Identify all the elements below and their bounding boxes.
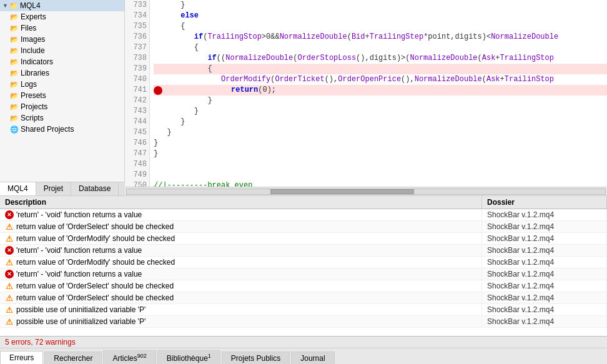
code-content[interactable]: 733 734 735 736 737 738 739 740 741 742 … [125,0,607,187]
error-summary: 5 errors, 72 warnings [5,338,76,347]
error-icon: ✕ [5,270,14,278]
sidebar-item-indicators[interactable]: 📂 Indicators [0,56,124,67]
tab-mql4[interactable]: MQL4 [0,182,36,195]
table-row[interactable]: ✕'return' - 'void' function returns a va… [0,245,607,257]
tab-bibliotheque[interactable]: Bibliothèque1 [157,350,220,364]
code-line-748 [154,159,607,170]
status-bar: 5 errors, 72 warnings [0,336,607,348]
error-folder: ShockBar v.1.2.mq4 [482,292,607,304]
error-table: Description Dossier ✕'return' - 'void' f… [0,196,607,336]
folder-icon-files: 📂 [10,24,19,32]
folder-icon-scripts: 📂 [10,114,19,122]
error-desc: ⚠return value of 'OrderModify' should be… [0,257,482,268]
table-row[interactable]: ✕'return' - 'void' function returns a va… [0,268,607,280]
sidebar-item-images[interactable]: 📂 Images [0,34,124,45]
error-folder: ShockBar v.1.2.mq4 [482,209,607,221]
warn-icon: ⚠ [5,222,14,231]
tab-projets-publics[interactable]: Projets Publics [222,352,290,364]
sidebar-item-label-files: Files [21,24,36,32]
code-line-747: } [154,149,607,159]
sidebar-item-projects[interactable]: 📂 Projects [0,101,124,112]
error-desc: ⚠return value of 'OrderSelect' should be… [0,280,482,292]
sidebar-item-logs[interactable]: 📂 Logs [0,79,124,90]
bottom-tab-bar: Erreurs Rechercher Articles902 Bibliothè… [0,348,607,364]
folder-icon-images: 📂 [10,36,19,44]
error-folder: ShockBar v.1.2.mq4 [482,316,607,328]
code-line-743: } [154,106,607,117]
sidebar-item-label-indicators: Indicators [21,57,53,66]
folder-icon-libraries: 📂 [10,69,19,77]
error-desc: ⚠possible use of uninitialized variable … [0,304,482,316]
horizontal-scrollbar[interactable] [125,187,607,195]
code-line-750: //|---------break even [154,180,607,187]
tab-journal[interactable]: Journal [291,352,334,364]
expand-arrow-mql4: ▼ [2,2,8,9]
folder-icon-experts: 📂 [10,13,19,21]
sidebar-item-label-logs: Logs [21,80,37,89]
sidebar-item-mql4[interactable]: ▼ 📁 MQL4 [0,0,124,11]
code-line-735: { [154,21,607,32]
scrollbar-track[interactable] [126,189,606,195]
code-line-741: return(0); [154,85,607,96]
code-line-746: } [154,138,607,149]
sidebar-item-shared[interactable]: 🌐 Shared Projects [0,124,124,135]
col-dossier: Dossier [482,196,607,209]
code-line-749 [154,170,607,180]
warn-icon: ⚠ [5,282,14,290]
error-indicator-741 [154,86,162,95]
folder-icon-include: 📂 [10,47,19,55]
warn-icon: ⚠ [5,234,14,243]
code-line-742: } [154,96,607,106]
sidebar-item-experts[interactable]: 📂 Experts [0,11,124,22]
code-line-740: OrderModify(OrderTicket(),OrderOpenPrice… [154,74,607,85]
table-row[interactable]: ⚠return value of 'OrderSelect' should be… [0,292,607,304]
error-folder: ShockBar v.1.2.mq4 [482,221,607,233]
table-row[interactable]: ⚠return value of 'OrderSelect' should be… [0,221,607,233]
table-row[interactable]: ✕'return' - 'void' function returns a va… [0,209,607,221]
col-description: Description [0,196,482,209]
warn-icon: ⚠ [5,305,14,314]
tab-erreurs[interactable]: Erreurs [0,351,43,364]
articles-badge: 902 [137,353,147,359]
code-line-733: } [154,0,607,11]
tab-rechercher[interactable]: Rechercher [44,352,102,364]
sidebar-item-label-shared: Shared Projects [21,125,74,134]
code-line-744: } [154,117,607,127]
error-desc: ✕'return' - 'void' function returns a va… [0,245,482,257]
table-row[interactable]: ⚠possible use of uninitialized variable … [0,304,607,316]
error-desc: ✕'return' - 'void' function returns a va… [0,209,482,221]
sidebar-tab-bar: MQL4 Projet Database [0,182,125,195]
error-folder: ShockBar v.1.2.mq4 [482,257,607,268]
folder-icon-logs: 📂 [10,81,19,89]
sidebar-item-presets[interactable]: 📂 Presets [0,90,124,101]
scrollbar-thumb[interactable] [270,189,414,194]
main-area: ▼ 📁 MQL4 📂 Experts 📂 Files 📂 Images 📂 In… [0,0,607,195]
folder-icon-shared: 🌐 [10,125,19,134]
error-desc: ⚠return value of 'OrderSelect' should be… [0,221,482,233]
code-line-745: } [154,127,607,138]
tab-articles[interactable]: Articles902 [103,350,155,364]
table-row[interactable]: ⚠return value of 'OrderModify' should be… [0,233,607,245]
sidebar-item-label-scripts: Scripts [21,114,44,122]
error-folder: ShockBar v.1.2.mq4 [482,280,607,292]
code-line-739: { [154,64,607,74]
sidebar-item-scripts[interactable]: 📂 Scripts [0,112,124,124]
sidebar-item-label-include: Include [21,46,45,55]
table-row[interactable]: ⚠return value of 'OrderModify' should be… [0,257,607,268]
sidebar-item-label-presets: Presets [21,91,46,100]
code-editor: 733 734 735 736 737 738 739 740 741 742 … [125,0,607,195]
table-row[interactable]: ⚠return value of 'OrderSelect' should be… [0,280,607,292]
sidebar-item-libraries[interactable]: 📂 Libraries [0,67,124,79]
sidebar-item-label-projects: Projects [21,102,47,111]
sidebar: ▼ 📁 MQL4 📂 Experts 📂 Files 📂 Images 📂 In… [0,0,125,195]
tab-database[interactable]: Database [71,182,119,195]
sidebar-item-include[interactable]: 📂 Include [0,45,124,56]
error-icon: ✕ [5,246,14,255]
code-line-734: else [154,11,607,21]
tab-projet[interactable]: Projet [36,182,71,195]
sidebar-item-files[interactable]: 📂 Files [0,22,124,34]
error-folder: ShockBar v.1.2.mq4 [482,233,607,245]
error-desc: ✕'return' - 'void' function returns a va… [0,268,482,280]
table-row[interactable]: ⚠possible use of uninitialized variable … [0,316,607,328]
code-text-area: } else { if(TrailingStop>0&&NormalizeDou… [150,0,607,187]
